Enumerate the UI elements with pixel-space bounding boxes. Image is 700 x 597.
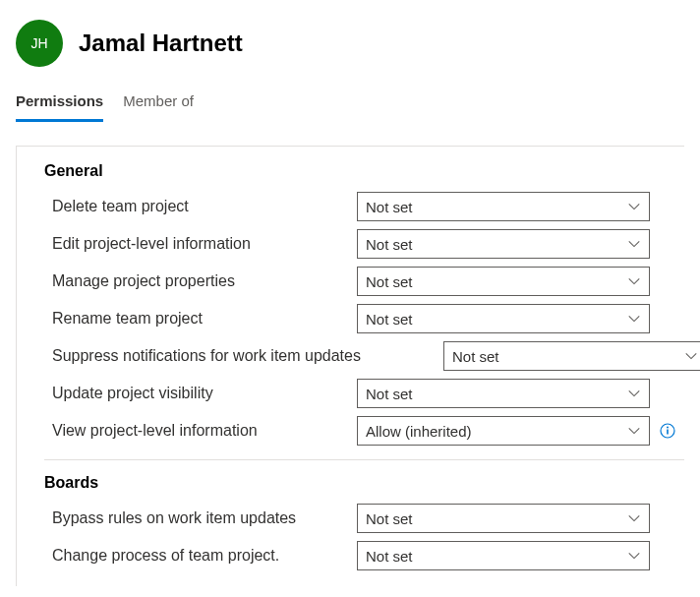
select-value: Not set [366,311,413,328]
chevron-down-icon [684,349,698,363]
chevron-down-icon [627,424,641,438]
permissions-panel: General Delete team project Not set Edit… [16,146,684,586]
content-area: General Delete team project Not set Edit… [0,122,700,586]
svg-point-1 [667,427,669,429]
chevron-down-icon [627,274,641,288]
chevron-down-icon [627,312,641,326]
select-value: Allow (inherited) [366,423,472,440]
chevron-down-icon [627,237,641,251]
perm-select[interactable]: Allow (inherited) [357,416,650,446]
perm-select[interactable]: Not set [357,192,650,221]
tab-bar: Permissions Member of [0,75,700,122]
perm-select[interactable]: Not set [357,304,650,333]
section-title-boards: Boards [17,474,684,500]
tab-label: Member of [123,92,194,109]
perm-select[interactable]: Not set [357,379,650,408]
chevron-down-icon [627,549,641,563]
tab-member-of[interactable]: Member of [123,87,194,122]
select-value: Not set [366,236,413,253]
perm-label: Suppress notifications for work item upd… [52,347,443,365]
chevron-down-icon [627,200,641,213]
user-avatar: JH [16,20,63,67]
perm-row-manage-project-properties: Manage project properties Not set [17,263,684,300]
perm-row-suppress-notifications: Suppress notifications for work item upd… [17,337,684,375]
select-value: Not set [452,348,499,365]
perm-row-edit-project-info: Edit project-level information Not set [17,225,684,263]
select-value: Not set [366,273,413,290]
select-value: Not set [366,510,413,527]
select-value: Not set [366,548,413,565]
perm-select[interactable]: Not set [443,341,700,371]
select-value: Not set [366,199,413,215]
perm-select[interactable]: Not set [357,504,650,533]
perm-select[interactable]: Not set [357,541,650,570]
perm-label: Delete team project [52,198,357,215]
tab-permissions[interactable]: Permissions [16,87,103,122]
chevron-down-icon [627,387,641,400]
perm-select[interactable]: Not set [357,267,650,296]
perm-label: Manage project properties [52,272,357,290]
perm-label: Change process of team project. [52,547,357,565]
perm-label: Edit project-level information [52,235,357,253]
select-value: Not set [366,386,413,402]
avatar-initials: JH [30,35,47,51]
user-header: JH Jamal Hartnett [0,0,700,75]
section-divider [44,459,684,460]
user-name: Jamal Hartnett [79,30,243,57]
svg-rect-2 [667,430,669,435]
tab-label: Permissions [16,92,103,109]
perm-row-update-visibility: Update project visibility Not set [17,375,684,412]
perm-row-view-project-info: View project-level information Allow (in… [17,412,684,449]
perm-row-rename-team-project: Rename team project Not set [17,300,684,337]
perm-label: View project-level information [52,422,357,440]
perm-row-bypass-rules: Bypass rules on work item updates Not se… [17,500,684,537]
perm-label: Update project visibility [52,385,357,402]
chevron-down-icon [627,511,641,525]
perm-select[interactable]: Not set [357,229,650,259]
section-title-general: General [17,162,684,188]
perm-row-delete-team-project: Delete team project Not set [17,188,684,225]
perm-label: Bypass rules on work item updates [52,509,357,527]
perm-label: Rename team project [52,310,357,328]
info-icon[interactable] [660,423,675,439]
perm-row-change-process: Change process of team project. Not set [17,537,684,574]
